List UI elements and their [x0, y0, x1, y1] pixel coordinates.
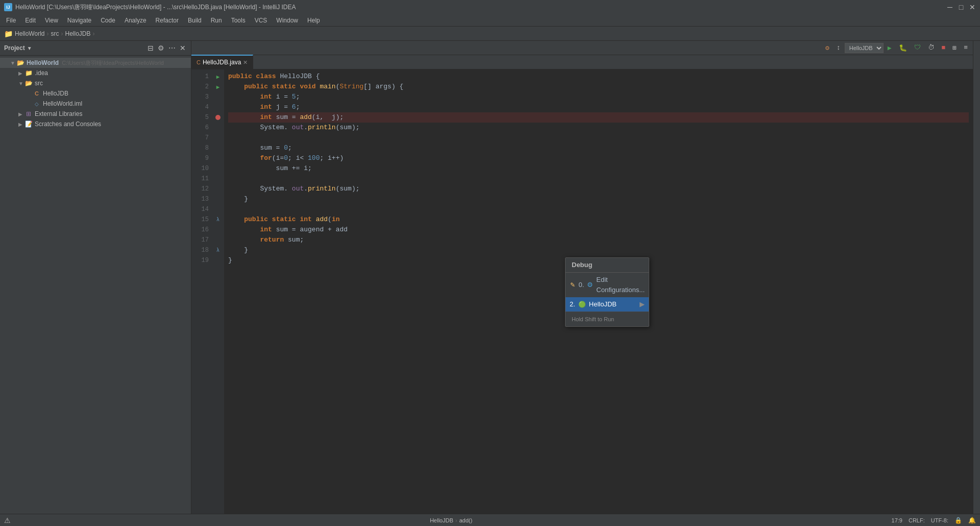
- more-button[interactable]: ⊞: [949, 43, 960, 53]
- folder-icon: 📂: [16, 59, 24, 67]
- code-line-13: }: [228, 194, 969, 204]
- popup-item-edit-config[interactable]: ✎ 0. ⚙ Edit Configurations...: [566, 273, 649, 297]
- breadcrumb-file[interactable]: HelloJDB: [65, 30, 90, 37]
- popup-arrow-icon: ▶: [640, 299, 645, 309]
- code-content[interactable]: public class HelloJDB { public static vo…: [224, 69, 973, 514]
- breadcrumb-project[interactable]: HelloWorld: [15, 30, 44, 37]
- gutter-9: [212, 153, 224, 163]
- menu-file[interactable]: File: [2, 16, 20, 25]
- tree-item-src[interactable]: ▼ 📂 src: [0, 78, 191, 88]
- gutter-16: [212, 225, 224, 235]
- breadcrumb-src[interactable]: src: [51, 30, 59, 37]
- gear-icon[interactable]: ⋯: [167, 43, 177, 53]
- status-right: 17:9 CRLF: UTF-8: 🔒 🔔: [892, 517, 976, 524]
- lambda-icon-18[interactable]: λ: [216, 248, 219, 253]
- menu-bar: File Edit View Navigate Code Analyze Ref…: [0, 14, 980, 27]
- ln-7: 7: [191, 133, 209, 143]
- ln-1: 1: [191, 71, 209, 82]
- title-bar-controls[interactable]: ─ □ ✕: [946, 4, 976, 11]
- menu-refactor[interactable]: Refactor: [152, 16, 183, 25]
- ln-3: 3: [191, 92, 209, 102]
- tree-item-idea[interactable]: ▶ 📁 .idea: [0, 68, 191, 78]
- tree-item-helloworld-iml[interactable]: ◇ HelloWorld.iml: [0, 99, 191, 109]
- breakpoint-5[interactable]: [215, 115, 220, 120]
- ln-14: 14: [191, 204, 209, 214]
- libraries-icon: ⊞: [24, 110, 33, 118]
- settings2-button[interactable]: ≡: [961, 43, 971, 53]
- close-sidebar-icon[interactable]: ✕: [179, 43, 187, 53]
- status-bar: ⚠ HelloJDB › add() 17:9 CRLF: UTF-8: 🔒 🔔: [0, 514, 980, 526]
- profile-button[interactable]: ⏱: [925, 43, 938, 53]
- menu-run[interactable]: Run: [207, 16, 226, 25]
- editor-toolbar: ⚙ ↕ HelloJDB ▶ 🐛 🛡 ⏱ ■ ⊞ ≡: [191, 41, 973, 55]
- popup-hint: Hold Shift to Run: [566, 312, 649, 326]
- tree-arrow-idea: ▶: [18, 70, 24, 76]
- run-arrow-2[interactable]: ▶: [216, 84, 220, 90]
- ln-2: 2: [191, 82, 209, 92]
- menu-edit[interactable]: Edit: [21, 16, 40, 25]
- code-line-10: sum += i;: [228, 163, 969, 174]
- gutter-1: ▶: [212, 71, 224, 82]
- menu-vcs[interactable]: VCS: [251, 16, 272, 25]
- tab-close-button[interactable]: ✕: [243, 59, 248, 66]
- sidebar-header: Project ▼ ⊟ ⚙ ⋯ ✕: [0, 41, 191, 56]
- run-arrow-1[interactable]: ▶: [216, 74, 220, 80]
- code-line-16: int sum = augend + add: [228, 225, 969, 235]
- ln-10: 10: [191, 163, 209, 174]
- code-line-4: int j = 6;: [228, 102, 969, 112]
- run-config-select[interactable]: HelloJDB: [845, 43, 884, 53]
- popup-item-hellojdb[interactable]: 2. 🟢 HelloJDB ▶: [566, 297, 649, 312]
- menu-view[interactable]: View: [41, 16, 62, 25]
- run-coverage-button[interactable]: 🛡: [911, 43, 924, 53]
- code-line-9: for(i=0; i< 100; i++): [228, 153, 969, 163]
- java-file-icon: C: [33, 89, 41, 98]
- debug-button[interactable]: 🐛: [896, 43, 910, 53]
- tab-bar: C HelloJDB.java ✕: [191, 55, 973, 69]
- menu-navigate[interactable]: Navigate: [63, 16, 95, 25]
- ln-6: 6: [191, 123, 209, 133]
- tree-item-hellojdb[interactable]: C HelloJDB: [0, 88, 191, 99]
- menu-analyze[interactable]: Analyze: [120, 16, 151, 25]
- menu-tools[interactable]: Tools: [227, 16, 250, 25]
- breadcrumb-icon: 📁: [4, 30, 13, 38]
- lambda-icon-15[interactable]: λ: [216, 217, 219, 223]
- tab-label: HelloJDB.java: [203, 59, 241, 66]
- status-left: ⚠: [4, 516, 11, 524]
- tab-hellojdb[interactable]: C HelloJDB.java ✕: [191, 55, 253, 69]
- tree-path-helloworld: C:\Users\唐羽曈\IdeaProjects\HelloWorld: [62, 59, 164, 67]
- iml-file-icon: ◇: [33, 100, 41, 108]
- collapse-all-icon[interactable]: ⊟: [146, 43, 155, 53]
- ln-18: 18: [191, 245, 209, 255]
- ln-9: 9: [191, 153, 209, 163]
- intellij-icon: IJ: [4, 3, 12, 11]
- close-button[interactable]: ✕: [969, 4, 976, 11]
- idea-folder-icon: 📁: [24, 69, 33, 77]
- tree-item-ext-libs[interactable]: ▶ ⊞ External Libraries: [0, 109, 191, 119]
- minimize-button[interactable]: ─: [946, 4, 953, 11]
- stop-button[interactable]: ■: [939, 43, 949, 53]
- project-label: Project: [4, 44, 25, 52]
- sync-icon[interactable]: ↕: [834, 43, 844, 53]
- gutter-19: [212, 255, 224, 266]
- edit-config-icon: ✎: [570, 280, 575, 290]
- notification-icon: 🔔: [968, 517, 976, 524]
- run-button[interactable]: ▶: [885, 43, 895, 53]
- build-icon[interactable]: ⚙: [822, 43, 832, 53]
- gutter-14: [212, 204, 224, 214]
- menu-help[interactable]: Help: [303, 16, 324, 25]
- popup-item-label-0: 0.: [578, 280, 584, 290]
- settings-icon[interactable]: ⚙: [157, 43, 165, 53]
- editor-area: ⚙ ↕ HelloJDB ▶ 🐛 🛡 ⏱ ■ ⊞ ≡ C HelloJDB.ja…: [191, 41, 973, 514]
- gutter-6: [212, 123, 224, 133]
- code-line-6: System. out.println(sum);: [228, 123, 969, 133]
- tree-item-scratches[interactable]: ▶ 📝 Scratches and Consoles: [0, 119, 191, 129]
- menu-window[interactable]: Window: [272, 16, 302, 25]
- tree-item-helloworld[interactable]: ▼ 📂 HelloWorld C:\Users\唐羽曈\IdeaProjects…: [0, 58, 191, 68]
- gutter-15: λ: [212, 214, 224, 225]
- project-dropdown-icon[interactable]: ▼: [27, 45, 32, 51]
- gutter-18: λ: [212, 245, 224, 255]
- menu-code[interactable]: Code: [96, 16, 119, 25]
- menu-build[interactable]: Build: [184, 16, 206, 25]
- right-panel: [973, 41, 980, 514]
- maximize-button[interactable]: □: [958, 4, 965, 11]
